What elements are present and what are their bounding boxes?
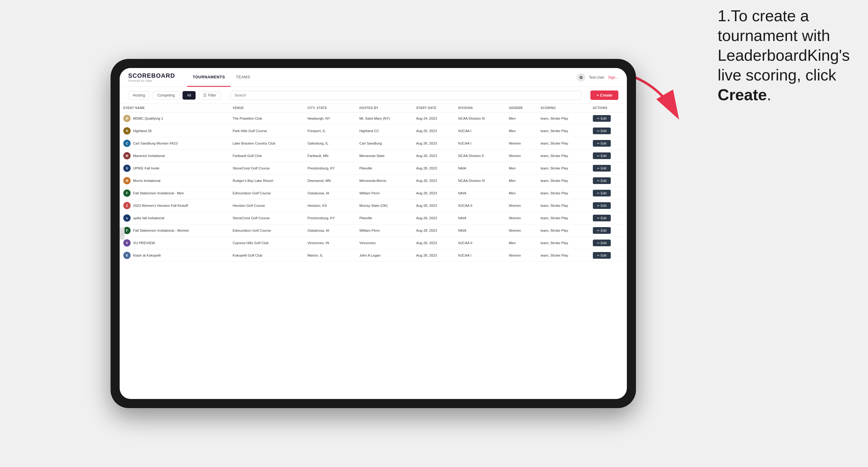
event-logo: H xyxy=(123,127,131,134)
cell-hosted-by: Highland CC xyxy=(355,125,412,137)
cell-division: NJCAA I xyxy=(455,125,505,137)
cell-scoring: team, Stroke Play xyxy=(537,175,589,187)
table-row: F Fall Statesmen Invitational - Men Edmu… xyxy=(120,187,627,199)
header-user: Test User xyxy=(589,75,604,80)
cell-hosted-by: Vincennes xyxy=(355,237,412,249)
cell-city-state: Newburgh, NY xyxy=(304,112,355,125)
cell-city-state: Freeport, IL xyxy=(304,125,355,137)
edit-button[interactable]: ✏ Edit xyxy=(593,190,611,196)
cell-division: NAIA xyxy=(455,162,505,175)
edit-button[interactable]: ✏ Edit xyxy=(593,252,611,259)
cell-start-date: Aug 28, 2023 xyxy=(412,212,454,224)
edit-label: Edit xyxy=(601,166,607,170)
edit-button[interactable]: ✏ Edit xyxy=(593,152,611,159)
cell-start-date: Aug 28, 2023 xyxy=(412,162,454,175)
cell-actions: ✏ Edit xyxy=(589,162,627,175)
app-logo-subtitle: Powered by clippr xyxy=(128,79,175,82)
tournaments-table: EVENT NAME VENUE CITY, STATE HOSTED BY S… xyxy=(120,104,627,262)
filter-hosting-button[interactable]: Hosting xyxy=(128,91,150,100)
cell-venue: The Powelton Club xyxy=(229,112,304,125)
cell-hosted-by: John A Logan xyxy=(355,249,412,262)
cell-division: NCAA Division III xyxy=(455,112,505,125)
gear-icon[interactable]: ⚙ xyxy=(577,73,585,82)
cell-venue: Faribault Golf Club xyxy=(229,150,304,162)
edit-button[interactable]: ✏ Edit xyxy=(593,227,611,234)
cell-event-name: M MSMC Qualifying 1 xyxy=(120,112,229,125)
col-scoring: SCORING xyxy=(537,104,589,112)
cell-venue: Hesston Golf Course xyxy=(229,199,304,212)
event-name-text: Morris Invitational xyxy=(133,179,160,183)
cell-city-state: Deerwood, MN xyxy=(304,175,355,187)
cell-city-state: Vincennes, IN xyxy=(304,237,355,249)
cell-city-state: Marion, IL xyxy=(304,249,355,262)
event-logo: F xyxy=(123,189,131,197)
cell-actions: ✏ Edit xyxy=(589,224,627,237)
edit-label: Edit xyxy=(601,117,607,120)
cell-division: NJCAA I xyxy=(455,137,505,150)
edit-label: Edit xyxy=(601,241,607,245)
cell-event-name: K Klash at Kokopelli xyxy=(120,249,229,262)
cell-division: NAIA xyxy=(455,187,505,199)
cell-actions: ✏ Edit xyxy=(589,150,627,162)
cell-event-name: M Morris Invitational xyxy=(120,175,229,187)
logo-area: SCOREBOARD Powered by clippr xyxy=(128,72,175,82)
cell-city-state: Faribault, MN xyxy=(304,150,355,162)
sign-in-link[interactable]: Sign... xyxy=(608,75,618,80)
col-hosted-by: HOSTED BY xyxy=(355,104,412,112)
cell-venue: Ruttger's Bay Lake Resort xyxy=(229,175,304,187)
cell-gender: Women xyxy=(505,249,537,262)
cell-venue: Edmundson Golf Course xyxy=(229,187,304,199)
edit-button[interactable]: ✏ Edit xyxy=(593,165,611,172)
annotation-line1: 1.To create a xyxy=(718,7,809,25)
cell-gender: Women xyxy=(505,150,537,162)
sidebar-toggle[interactable]: › xyxy=(120,227,125,240)
edit-label: Edit xyxy=(601,142,607,145)
event-name-text: upike fall invitational xyxy=(133,216,164,220)
cell-event-name: 2 2023 Women's Hesston Fall Kickoff xyxy=(120,199,229,212)
app-header: SCOREBOARD Powered by clippr TOURNAMENTS… xyxy=(120,68,627,87)
filter-all-button[interactable]: All xyxy=(183,91,195,100)
edit-button[interactable]: ✏ Edit xyxy=(593,127,611,134)
cell-city-state: Prestonsburg, KY xyxy=(304,162,355,175)
filter-competing-button[interactable]: Competing xyxy=(153,91,180,100)
cell-venue: Park Hills Golf Course xyxy=(229,125,304,137)
cell-division: NAIA xyxy=(455,224,505,237)
pencil-icon: ✏ xyxy=(597,241,599,245)
edit-button[interactable]: ✏ Edit xyxy=(593,202,611,209)
filter-icon: ☰ xyxy=(203,93,207,97)
cell-hosted-by: Pikeville xyxy=(355,212,412,224)
cell-event-name: F Fall Statesmen Invitational - Men xyxy=(120,187,229,199)
event-logo: M xyxy=(123,152,131,159)
table-row: M Maverick Invitational Faribault Golf C… xyxy=(120,150,627,162)
cell-division: NJCAA I xyxy=(455,249,505,262)
table-container[interactable]: EVENT NAME VENUE CITY, STATE HOSTED BY S… xyxy=(120,104,627,399)
app-logo: SCOREBOARD xyxy=(128,72,175,79)
col-start-date: START DATE xyxy=(412,104,454,112)
edit-button[interactable]: ✏ Edit xyxy=(593,177,611,184)
filter-icon-button[interactable]: ☰ Filter xyxy=(198,91,221,100)
cell-city-state: Galesburg, IL xyxy=(304,137,355,150)
edit-button[interactable]: ✏ Edit xyxy=(593,240,611,246)
table-row: K Klash at Kokopelli Kokopelli Golf Club… xyxy=(120,249,627,262)
nav-tab-teams[interactable]: TEAMS xyxy=(230,68,256,87)
edit-button[interactable]: ✏ Edit xyxy=(593,215,611,221)
col-venue: VENUE xyxy=(229,104,304,112)
event-logo: V xyxy=(123,239,131,247)
cell-venue: Cypress Hills Golf Club xyxy=(229,237,304,249)
create-button[interactable]: + Create xyxy=(590,91,618,100)
cell-gender: Men xyxy=(505,162,537,175)
cell-scoring: team, Stroke Play xyxy=(537,137,589,150)
nav-tabs: TOURNAMENTS TEAMS xyxy=(187,68,256,87)
event-name-text: 2023 Women's Hesston Fall Kickoff xyxy=(133,204,188,207)
edit-button[interactable]: ✏ Edit xyxy=(593,140,611,147)
cell-gender: Men xyxy=(505,237,537,249)
cell-event-name: H Highland 36 xyxy=(120,125,229,137)
search-input[interactable] xyxy=(230,91,582,100)
edit-button[interactable]: ✏ Edit xyxy=(593,115,611,122)
cell-gender: Women xyxy=(505,199,537,212)
cell-venue: StoneCrest Golf Course xyxy=(229,212,304,224)
cell-start-date: Aug 28, 2023 xyxy=(412,224,454,237)
table-row: 2 2023 Women's Hesston Fall Kickoff Hess… xyxy=(120,199,627,212)
cell-scoring: team, Stroke Play xyxy=(537,112,589,125)
nav-tab-tournaments[interactable]: TOURNAMENTS xyxy=(187,68,230,87)
